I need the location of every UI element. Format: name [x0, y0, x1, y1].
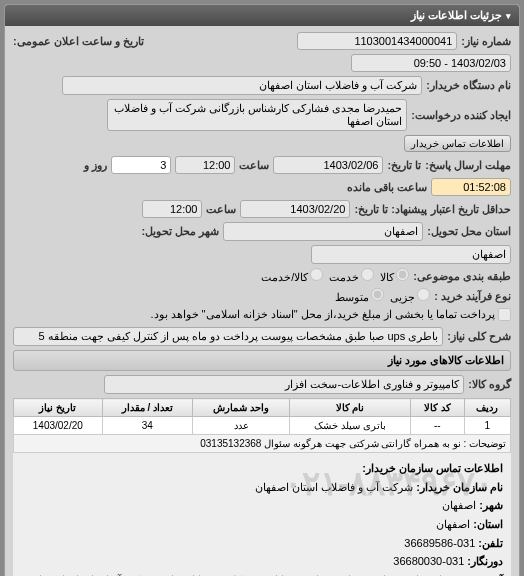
announce-field: 1403/02/03 - 09:50: [351, 54, 511, 72]
delivery-state-field: اصفهان: [223, 222, 423, 241]
rb-goods-service[interactable]: کالا/خدمت: [261, 268, 323, 284]
requester-field: حمیدرضا مجدی فشارکی کارشناس بازرگانی شرک…: [107, 99, 407, 131]
contact-province: اصفهان: [436, 518, 470, 530]
deadline-time-field: 12:00: [175, 156, 235, 174]
th-name: نام کالا: [290, 399, 411, 417]
items-section-title: اطلاعات کالاهای مورد نیاز: [13, 350, 511, 371]
validity-from-label: حداقل تاریخ اعتبار: [431, 203, 511, 216]
rb-minor[interactable]: جزیی: [390, 288, 430, 304]
remain-field: 01:52:08: [431, 178, 511, 196]
validity-time-field: 12:00: [142, 200, 202, 218]
buyer-contact-button[interactable]: اطلاعات تماس خریدار: [404, 135, 511, 152]
cell-unit: عدد: [193, 417, 290, 435]
need-title-field: باطری ups صبا طبق مشخصات پیوست پرداخت دو…: [13, 327, 443, 346]
contact-province-label: استان:: [473, 518, 503, 530]
org-name: شرکت آب و فاضلاب استان اصفهان: [255, 481, 413, 493]
table-footer-row: توضیحات : نو به همراه گارانتی شرکتی جهت …: [14, 435, 511, 453]
contact-city: اصفهان: [442, 499, 476, 511]
validity-date-field: 1403/02/20: [240, 200, 350, 218]
footer-text: نو به همراه گارانتی شرکتی جهت هرگونه سئو…: [200, 438, 460, 449]
footer-label: توضیحات :: [463, 438, 506, 449]
group-field: کامپیوتر و فناوری اطلاعات-سخت افزار: [104, 375, 464, 394]
announce-label: تاریخ و ساعت اعلان عمومی:: [13, 35, 144, 48]
requester-label: ایجاد کننده درخواست:: [411, 109, 511, 122]
items-table: ردیف کد کالا نام کالا واحد شمارش تعداد /…: [13, 398, 511, 453]
th-qty: تعداد / مقدار: [102, 399, 192, 417]
remain-label: ساعت باقی مانده: [347, 181, 427, 194]
panel-body: شماره نیاز: 1103001434000041 تاریخ و ساع…: [5, 26, 519, 576]
time-label-1: ساعت: [239, 159, 269, 172]
subject-type-label: طبقه بندی موضوعی:: [413, 270, 511, 283]
panel-title: جزئیات اطلاعات نیاز: [411, 9, 502, 22]
panel-header[interactable]: ▾ جزئیات اطلاعات نیاز: [5, 5, 519, 26]
cell-qty: 34: [102, 417, 192, 435]
org-name-label: نام سازمان خریدار:: [416, 481, 503, 493]
days-field: 3: [111, 156, 171, 174]
purchase-note-check[interactable]: پرداخت تماما یا بخشی از مبلغ خرید،از محل…: [150, 308, 511, 321]
cell-row: 1: [464, 417, 510, 435]
details-panel: ▾ جزئیات اطلاعات نیاز شماره نیاز: 110300…: [4, 4, 520, 576]
contact-section: اطلاعات تماس سازمان خریدار:: [362, 462, 503, 474]
contact-block: ۰۲۱-۸۸۳۴۹۶۷۰ اطلاعات تماس سازمان خریدار:…: [13, 453, 511, 576]
rb-goods[interactable]: کالا: [380, 268, 409, 284]
purchase-type-label: نوع فرآیند خرید :: [434, 290, 511, 303]
contact-phone: 031-36689586: [404, 537, 475, 549]
req-no-label: شماره نیاز:: [461, 35, 511, 48]
need-title-label: شرح کلی نیاز:: [447, 330, 511, 343]
cell-date: 1403/02/20: [14, 417, 103, 435]
validity-to-label: پیشنهاد: تا تاریخ:: [354, 203, 426, 216]
th-unit: واحد شمارش: [193, 399, 290, 417]
rb-medium[interactable]: متوسط: [335, 288, 384, 304]
cell-name: باتری سیلد خشک: [290, 417, 411, 435]
req-no-field: 1103001434000041: [297, 32, 457, 50]
buyer-org-field: شرکت آب و فاضلاب استان اصفهان: [62, 76, 422, 95]
contact-city-label: شهر:: [479, 499, 503, 511]
deadline-label: مهلت ارسال پاسخ:: [425, 159, 511, 172]
contact-fax: 031-36680030: [393, 555, 464, 567]
th-code: کد کالا: [410, 399, 464, 417]
delivery-city-field: اصفهان: [311, 245, 511, 264]
days-label: روز و: [84, 159, 107, 172]
table-row[interactable]: 1 -- باتری سیلد خشک عدد 34 1403/02/20: [14, 417, 511, 435]
buyer-org-label: نام دستگاه خریدار:: [426, 79, 511, 92]
cell-code: --: [410, 417, 464, 435]
table-header-row: ردیف کد کالا نام کالا واحد شمارش تعداد /…: [14, 399, 511, 417]
th-row: ردیف: [464, 399, 510, 417]
purchase-note: پرداخت تماما یا بخشی از مبلغ خرید،از محل…: [150, 308, 495, 321]
contact-phone-label: تلفن:: [478, 537, 503, 549]
deadline-to-label: تا تاریخ:: [387, 159, 421, 172]
collapse-icon: ▾: [506, 11, 511, 21]
time-label-2: ساعت: [206, 203, 236, 216]
th-date: تاریخ نیاز: [14, 399, 103, 417]
delivery-city-label: شهر محل تحویل:: [141, 225, 219, 238]
group-label: گروه کالا:: [468, 378, 511, 391]
deadline-date-field: 1403/02/06: [273, 156, 383, 174]
delivery-state-label: استان محل تحویل:: [427, 225, 511, 238]
contact-fax-label: دورنگار:: [467, 555, 503, 567]
rb-service[interactable]: خدمت: [329, 268, 374, 284]
